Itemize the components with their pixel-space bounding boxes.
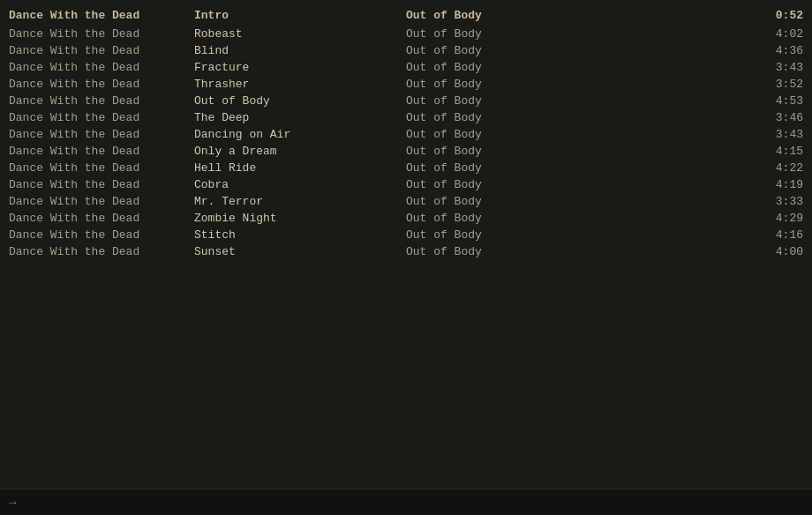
track-artist: Dance With the Dead (9, 78, 194, 91)
track-duration: 4:53 (750, 94, 803, 108)
track-title: Mr. Terror (194, 195, 406, 208)
track-album: Out of Body (406, 161, 750, 175)
tracks-container: Dance With the Dead Robeast Out of Body … (0, 26, 812, 260)
track-artist: Dance With the Dead (9, 111, 194, 124)
track-title: Only a Dream (194, 145, 406, 158)
track-artist: Dance With the Dead (9, 61, 194, 74)
header-album: Out of Body (406, 9, 750, 22)
track-artist: Dance With the Dead (9, 27, 194, 41)
bottom-bar: → (0, 489, 812, 515)
track-row[interactable]: Dance With the Dead Stitch Out of Body 4… (0, 227, 812, 243)
track-duration: 4:15 (750, 145, 803, 158)
track-album: Out of Body (406, 61, 750, 74)
track-album: Out of Body (406, 178, 750, 191)
track-album: Out of Body (406, 145, 750, 158)
track-list-header: Dance With the Dead Intro Out of Body 0:… (0, 7, 812, 24)
track-row[interactable]: Dance With the Dead Mr. Terror Out of Bo… (0, 193, 812, 210)
track-album: Out of Body (406, 212, 750, 225)
track-title: Out of Body (194, 94, 406, 108)
track-duration: 3:52 (750, 78, 803, 91)
track-row[interactable]: Dance With the Dead Hell Ride Out of Bod… (0, 160, 812, 176)
track-title: Cobra (194, 178, 406, 191)
track-row[interactable]: Dance With the Dead Dancing on Air Out o… (0, 126, 812, 143)
track-title: Sunset (194, 245, 406, 258)
track-title: Hell Ride (194, 161, 406, 175)
track-title: Thrasher (194, 78, 406, 91)
track-album: Out of Body (406, 94, 750, 108)
track-duration: 3:33 (750, 195, 803, 208)
track-album: Out of Body (406, 228, 750, 242)
track-artist: Dance With the Dead (9, 195, 194, 208)
track-duration: 4:02 (750, 27, 803, 41)
track-album: Out of Body (406, 195, 750, 208)
track-duration: 4:00 (750, 245, 803, 258)
track-title: Zombie Night (194, 212, 406, 225)
track-duration: 4:36 (750, 44, 803, 57)
track-row[interactable]: Dance With the Dead Zombie Night Out of … (0, 210, 812, 227)
track-album: Out of Body (406, 245, 750, 258)
track-duration: 3:43 (750, 128, 803, 141)
header-duration: 0:52 (750, 9, 803, 22)
track-row[interactable]: Dance With the Dead The Deep Out of Body… (0, 109, 812, 126)
track-album: Out of Body (406, 78, 750, 91)
track-title: Stitch (194, 228, 406, 242)
track-row[interactable]: Dance With the Dead Sunset Out of Body 4… (0, 243, 812, 260)
track-duration: 4:16 (750, 228, 803, 242)
track-row[interactable]: Dance With the Dead Cobra Out of Body 4:… (0, 176, 812, 193)
track-title: Fracture (194, 61, 406, 74)
header-title: Intro (194, 9, 406, 22)
track-artist: Dance With the Dead (9, 178, 194, 191)
track-duration: 3:46 (750, 111, 803, 124)
track-row[interactable]: Dance With the Dead Robeast Out of Body … (0, 26, 812, 42)
header-artist: Dance With the Dead (9, 9, 194, 22)
track-album: Out of Body (406, 44, 750, 57)
track-duration: 4:22 (750, 161, 803, 175)
track-album: Out of Body (406, 128, 750, 141)
track-artist: Dance With the Dead (9, 228, 194, 242)
arrow-icon: → (9, 496, 16, 510)
track-list: Dance With the Dead Intro Out of Body 0:… (0, 0, 812, 267)
track-artist: Dance With the Dead (9, 245, 194, 258)
track-artist: Dance With the Dead (9, 145, 194, 158)
track-album: Out of Body (406, 27, 750, 41)
track-artist: Dance With the Dead (9, 128, 194, 141)
track-artist: Dance With the Dead (9, 44, 194, 57)
track-duration: 3:43 (750, 61, 803, 74)
track-title: Dancing on Air (194, 128, 406, 141)
track-artist: Dance With the Dead (9, 161, 194, 175)
track-row[interactable]: Dance With the Dead Out of Body Out of B… (0, 93, 812, 109)
track-row[interactable]: Dance With the Dead Thrasher Out of Body… (0, 76, 812, 93)
track-row[interactable]: Dance With the Dead Blind Out of Body 4:… (0, 42, 812, 59)
track-title: Robeast (194, 27, 406, 41)
track-album: Out of Body (406, 111, 750, 124)
track-artist: Dance With the Dead (9, 212, 194, 225)
track-artist: Dance With the Dead (9, 94, 194, 108)
track-title: The Deep (194, 111, 406, 124)
track-row[interactable]: Dance With the Dead Only a Dream Out of … (0, 143, 812, 160)
track-row[interactable]: Dance With the Dead Fracture Out of Body… (0, 59, 812, 76)
track-title: Blind (194, 44, 406, 57)
track-duration: 4:29 (750, 212, 803, 225)
track-duration: 4:19 (750, 178, 803, 191)
